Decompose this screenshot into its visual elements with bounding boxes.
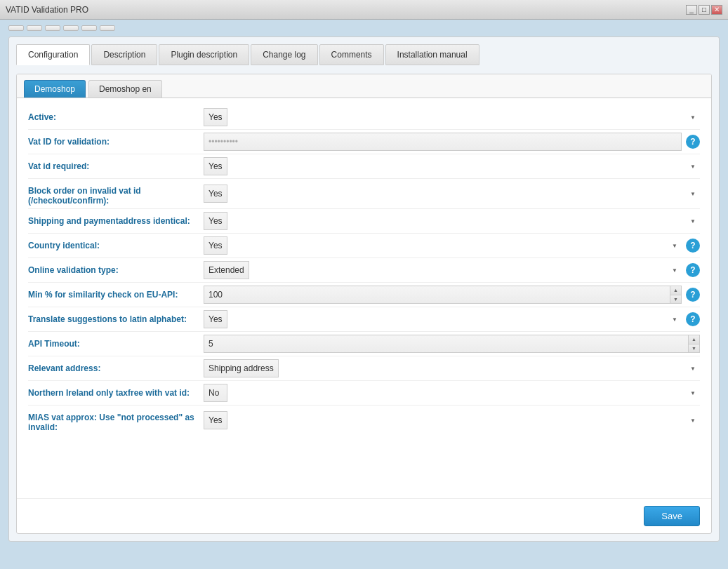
control-block-order: Yes No <box>204 185 700 203</box>
spinner-up-timeout[interactable]: ▲ <box>689 335 699 344</box>
spinner-up-similarity[interactable]: ▲ <box>670 286 681 295</box>
title-bar: VATID Validation PRO _ □ ✕ <box>0 0 728 20</box>
label-northern-ireland: Northern Ireland only taxfree with vat i… <box>28 388 204 398</box>
control-shipping-payment: Yes No <box>204 212 700 230</box>
tab-change-log[interactable]: Change log <box>251 44 317 65</box>
top-toolbar <box>8 25 720 31</box>
control-country: Yes No ? <box>204 236 700 255</box>
select-vat-required[interactable]: Yes No <box>204 157 227 175</box>
window-controls: _ □ ✕ <box>686 5 722 15</box>
toolbar-btn-3[interactable] <box>45 25 60 31</box>
select-wrapper-validation-type: Extended Simple <box>204 261 682 279</box>
select-wrapper-country: Yes No <box>204 236 682 255</box>
select-wrapper-block-order: Yes No <box>204 185 700 203</box>
maximize-button[interactable]: □ <box>699 5 710 15</box>
inner-panel: Demoshop Demoshop en Active: Yes No <box>16 74 712 534</box>
help-vatid[interactable]: ? <box>686 135 700 149</box>
label-vat-required: Vat id required: <box>28 161 204 171</box>
label-timeout: API Timeout: <box>28 339 204 349</box>
control-relevant-address: Shipping address Billing address <box>204 359 700 377</box>
control-northern-ireland: No Yes <box>204 384 700 402</box>
form-row-min-similarity: Min % for similarity check on EU-API: ▲ … <box>28 283 700 307</box>
footer-row: Save <box>17 498 711 533</box>
window-title: VATID Validation PRO <box>6 5 88 15</box>
help-similarity[interactable]: ? <box>686 288 700 302</box>
spinner-min-similarity: ▲ ▼ <box>204 286 682 304</box>
form-row-northern-ireland: Northern Ireland only taxfree with vat i… <box>28 381 700 406</box>
control-vatid: ? <box>204 133 700 151</box>
control-validation-type: Extended Simple ? <box>204 261 700 279</box>
select-wrapper-northern-ireland: No Yes <box>204 384 700 402</box>
toolbar-btn-1[interactable] <box>8 25 24 31</box>
form-row-shipping-payment: Shipping and paymentaddress identical: Y… <box>28 209 700 234</box>
control-translate: Yes No ? <box>204 310 700 328</box>
shop-tab-demoshop-en[interactable]: Demoshop en <box>88 80 162 98</box>
select-block-order[interactable]: Yes No <box>204 185 227 203</box>
select-validation-type[interactable]: Extended Simple <box>204 261 249 279</box>
form-row-mias: MIAS vat approx: Use "not processed" as … <box>28 406 700 435</box>
tab-description[interactable]: Description <box>91 44 157 65</box>
select-wrapper-relevant-address: Shipping address Billing address <box>204 359 700 377</box>
select-mias[interactable]: Yes No <box>204 411 227 429</box>
form-row-country: Country identical: Yes No ? <box>28 234 700 258</box>
form-row-timeout: API Timeout: ▲ ▼ <box>28 332 700 356</box>
spinner-down-timeout[interactable]: ▼ <box>689 344 699 353</box>
main-window: VATID Validation PRO _ □ ✕ Configuration… <box>0 0 728 569</box>
form-row-validation-type: Online validation type: Extended Simple … <box>28 258 700 283</box>
label-relevant-address: Relevant address: <box>28 363 204 373</box>
tab-comments[interactable]: Comments <box>319 44 384 65</box>
select-wrapper-mias: Yes No <box>204 411 700 429</box>
minimize-button[interactable]: _ <box>686 5 697 15</box>
help-validation-type[interactable]: ? <box>686 263 700 277</box>
content-area: Configuration Description Plugin descrip… <box>0 20 728 569</box>
shop-tab-demoshop[interactable]: Demoshop <box>24 80 86 98</box>
spinner-btns-similarity: ▲ ▼ <box>670 286 682 304</box>
select-translate[interactable]: Yes No <box>204 310 227 328</box>
main-panel: Configuration Description Plugin descrip… <box>8 36 720 542</box>
label-min-similarity: Min % for similarity check on EU-API: <box>28 290 204 300</box>
select-relevant-address[interactable]: Shipping address Billing address <box>204 359 279 377</box>
help-translate[interactable]: ? <box>686 312 700 326</box>
save-button[interactable]: Save <box>644 506 700 526</box>
form-area: Active: Yes No Vat ID for va <box>17 98 711 498</box>
select-wrapper-active: Yes No <box>204 108 700 126</box>
label-shipping-payment: Shipping and paymentaddress identical: <box>28 216 204 226</box>
spinner-btns-timeout: ▲ ▼ <box>689 335 700 353</box>
toolbar-btn-6[interactable] <box>100 25 115 31</box>
form-row-block-order: Block order on invalid vat id (/checkout… <box>28 179 700 209</box>
tab-plugin-description[interactable]: Plugin description <box>159 44 249 65</box>
control-active: Yes No <box>204 108 700 126</box>
form-row-vat-required: Vat id required: Yes No <box>28 154 700 179</box>
label-active: Active: <box>28 112 204 122</box>
input-min-similarity[interactable] <box>204 286 670 304</box>
close-button[interactable]: ✕ <box>711 5 722 15</box>
control-min-similarity: ▲ ▼ ? <box>204 286 700 304</box>
toolbar-btn-2[interactable] <box>27 25 42 31</box>
toolbar-btn-5[interactable] <box>81 25 97 31</box>
tabs-row: Configuration Description Plugin descrip… <box>16 44 712 65</box>
shop-tabs: Demoshop Demoshop en <box>17 74 711 98</box>
spinner-timeout: ▲ ▼ <box>204 335 700 353</box>
select-active[interactable]: Yes No <box>204 108 227 126</box>
control-vat-required: Yes No <box>204 157 700 175</box>
label-translate: Translate suggestions to latin alphabet: <box>28 314 204 324</box>
control-timeout: ▲ ▼ <box>204 335 700 353</box>
form-row-relevant-address: Relevant address: Shipping address Billi… <box>28 356 700 381</box>
toolbar-btn-4[interactable] <box>63 25 79 31</box>
help-country[interactable]: ? <box>686 239 700 253</box>
input-timeout[interactable] <box>204 335 689 353</box>
select-northern-ireland[interactable]: No Yes <box>204 384 227 402</box>
spinner-down-similarity[interactable]: ▼ <box>670 295 681 304</box>
tab-installation-manual[interactable]: Installation manual <box>385 44 479 65</box>
label-country: Country identical: <box>28 241 204 250</box>
form-row-translate: Translate suggestions to latin alphabet:… <box>28 307 700 332</box>
input-vatid[interactable] <box>204 133 682 151</box>
label-validation-type: Online validation type: <box>28 265 204 275</box>
label-mias: MIAS vat approx: Use "not processed" as … <box>28 408 204 432</box>
control-mias: Yes No <box>204 411 700 429</box>
select-wrapper-translate: Yes No <box>204 310 682 328</box>
tab-configuration[interactable]: Configuration <box>16 44 90 65</box>
select-shipping-payment[interactable]: Yes No <box>204 212 227 230</box>
select-country[interactable]: Yes No <box>204 236 227 255</box>
form-row-vatid: Vat ID for validation: ? <box>28 130 700 154</box>
